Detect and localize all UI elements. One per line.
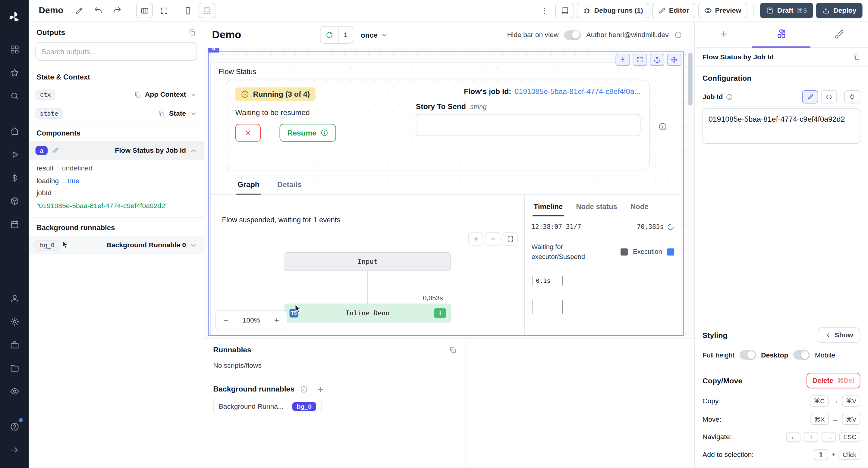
- flow-graph[interactable]: Flow suspended, waiting for 1 events Inp…: [211, 195, 525, 335]
- ctx-row[interactable]: ctx App Context: [29, 85, 204, 104]
- rename-pencil-icon[interactable]: [70, 3, 87, 18]
- graph-node-inline-deno[interactable]: TS Inline Deno I: [284, 304, 451, 322]
- bg-runnable-row[interactable]: bg_0 Background Runnable 0: [29, 235, 204, 254]
- tab-details[interactable]: Details: [276, 176, 303, 195]
- variables-dollar-icon[interactable]: [5, 169, 24, 186]
- component-settings-tab[interactable]: [752, 22, 810, 47]
- undo-icon[interactable]: [90, 3, 106, 18]
- cancel-flow-button[interactable]: [236, 124, 261, 141]
- chevron-down-icon[interactable]: [190, 91, 197, 98]
- hide-bar-toggle[interactable]: [564, 30, 581, 39]
- copy-settings-icon[interactable]: [852, 53, 861, 61]
- more-kebab-icon[interactable]: [536, 3, 553, 18]
- runs-play-icon[interactable]: [5, 146, 24, 163]
- job-id-link[interactable]: 0191085e-5baa-81ef-4774-c9ef4f0a...: [515, 87, 641, 96]
- help-icon[interactable]: [5, 418, 24, 435]
- zoom-out-icon[interactable]: [216, 311, 236, 330]
- settings-gear-icon[interactable]: [5, 313, 24, 330]
- app-canvas[interactable]: a Flow Status: [204, 48, 694, 338]
- add-bg-runnable-icon[interactable]: [317, 385, 324, 393]
- graph-zoom-out-icon[interactable]: [486, 232, 501, 245]
- selected-component-outline[interactable]: a Flow Status: [208, 52, 684, 336]
- chevron-up-icon[interactable]: [190, 147, 197, 154]
- mobile-view-icon[interactable]: [180, 3, 196, 18]
- resume-label: Resume: [287, 129, 316, 137]
- editor-button[interactable]: Editor: [652, 3, 695, 18]
- styling-heading: Styling: [703, 331, 727, 339]
- tab-graph[interactable]: Graph: [236, 176, 260, 195]
- redo-icon[interactable]: [110, 3, 126, 18]
- home-icon[interactable]: [5, 123, 24, 139]
- workers-briefcase-icon[interactable]: [5, 336, 24, 353]
- desktop-toggle[interactable]: [793, 350, 810, 360]
- refresh-icon[interactable]: [320, 27, 338, 43]
- draft-button[interactable]: Draft ⌘S: [760, 3, 813, 18]
- graph-zoom-in-icon[interactable]: [468, 232, 484, 245]
- copy-outputs-icon[interactable]: [188, 29, 196, 36]
- info-icon[interactable]: [726, 93, 733, 100]
- chevron-down-icon[interactable]: [190, 110, 197, 117]
- component-handle[interactable]: a: [208, 48, 219, 53]
- styling-tab[interactable]: [810, 22, 868, 47]
- anchor-icon[interactable]: [650, 54, 664, 66]
- dashboard-grid-icon[interactable]: [5, 41, 24, 58]
- search-outputs-input[interactable]: [36, 42, 197, 61]
- favorites-star-icon[interactable]: [5, 64, 24, 81]
- draft-shortcut: ⌘S: [797, 7, 807, 14]
- folders-icon[interactable]: [5, 360, 24, 376]
- canvas-scrollbar[interactable]: [688, 53, 692, 333]
- panel-layout-icon[interactable]: [136, 3, 153, 18]
- state-row[interactable]: state State: [29, 104, 204, 123]
- chevron-down-icon[interactable]: [190, 241, 197, 249]
- bg-runnable-item[interactable]: Background Runna... bg_0: [213, 399, 321, 414]
- zoom-in-icon[interactable]: [267, 311, 287, 330]
- flow-status-component[interactable]: Flow Status Running (3 of 4) Waiting to …: [210, 62, 681, 335]
- schedules-calendar-icon[interactable]: [5, 215, 24, 232]
- expand-down-icon[interactable]: [615, 54, 630, 66]
- fullscreen-component-icon[interactable]: [632, 54, 647, 66]
- expression-code-icon[interactable]: [821, 90, 837, 103]
- graph-node-input[interactable]: Input: [284, 253, 451, 271]
- refresh-group[interactable]: 1: [320, 26, 353, 44]
- deploy-button[interactable]: Deploy: [816, 3, 863, 18]
- bg-runnable-item-label: Background Runna...: [219, 403, 284, 410]
- static-value-pencil-icon[interactable]: [802, 90, 818, 103]
- resources-box-icon[interactable]: [5, 193, 24, 209]
- info-icon[interactable]: [658, 122, 667, 131]
- copy-runnables-icon[interactable]: [449, 346, 457, 354]
- windmill-logo-icon[interactable]: [5, 9, 24, 25]
- info-icon[interactable]: [674, 31, 682, 39]
- user-icon[interactable]: [5, 290, 24, 306]
- kbd-arrow-right: →: [822, 432, 836, 442]
- move-component-icon[interactable]: [667, 54, 681, 66]
- connect-plug-icon[interactable]: [844, 90, 860, 103]
- story-to-send-input[interactable]: [416, 114, 641, 136]
- component-a-row[interactable]: a Flow Status by Job Id: [29, 141, 204, 160]
- scrollbar-thumb[interactable]: [688, 53, 692, 105]
- tab-node-status[interactable]: Node status: [575, 198, 618, 216]
- fullscreen-icon[interactable]: [156, 3, 173, 18]
- kbd-arrow-up: ↑: [804, 432, 818, 442]
- resume-button[interactable]: Resume: [280, 124, 336, 141]
- search-icon[interactable]: [5, 87, 24, 104]
- tab-node[interactable]: Node: [629, 198, 650, 216]
- delete-component-button[interactable]: Delete ⌘Del: [807, 373, 861, 388]
- schedule-select[interactable]: once: [361, 31, 388, 39]
- prop-jobid: jobId:"0191085e-5baa-81ef-4774-c9ef4f0a9…: [36, 187, 196, 212]
- preview-button[interactable]: Preview: [698, 3, 747, 18]
- desktop-view-icon[interactable]: [199, 3, 216, 18]
- docs-book-icon[interactable]: [555, 3, 574, 18]
- navigate-shortcut-row: Navigate: ← ↑ → ESC: [703, 432, 860, 442]
- collapse-sidebar-icon[interactable]: [5, 441, 24, 458]
- edit-pencil-icon[interactable]: [52, 147, 59, 154]
- job-id-input[interactable]: 0191085e-5baa-81ef-4774-c9ef4f0a92d2: [703, 108, 860, 144]
- debug-runs-button[interactable]: Debug runs (1): [577, 3, 649, 18]
- graph-fit-icon[interactable]: [503, 232, 518, 245]
- insert-component-tab[interactable]: [695, 22, 752, 47]
- help-notification-dot: [19, 418, 23, 422]
- full-height-toggle[interactable]: [739, 350, 756, 360]
- audit-eye-icon[interactable]: [5, 383, 24, 399]
- tab-timeline[interactable]: Timeline: [532, 198, 564, 216]
- info-icon[interactable]: [300, 385, 308, 393]
- show-styling-button[interactable]: Show: [817, 327, 860, 343]
